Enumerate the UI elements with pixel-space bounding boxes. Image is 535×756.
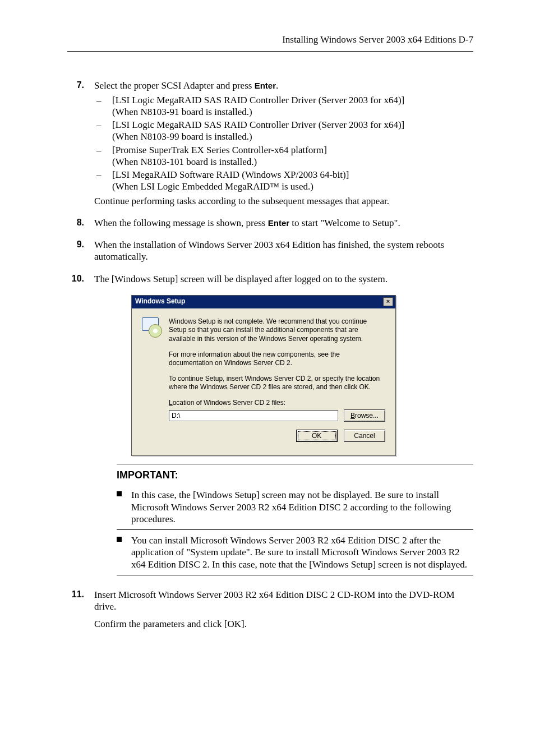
cancel-button[interactable]: Cancel (344, 430, 385, 442)
step-body: The [Windows Setup] screen will be displ… (94, 273, 473, 287)
adapter-list: –[LSI Logic MegaRAID SAS RAID Controller… (104, 94, 473, 193)
dialog-paragraph: Windows Setup is not complete. We recomm… (169, 317, 385, 344)
divider (117, 464, 473, 464)
header-rule (67, 51, 473, 52)
important-title: IMPORTANT: (117, 469, 473, 482)
text: Insert Microsoft Windows Server 2003 R2 … (94, 589, 473, 613)
step-8: 8. When the following message is shown, … (67, 217, 473, 231)
ok-button[interactable]: OK (296, 430, 338, 442)
instruction-list: 7. Select the proper SCSI Adapter and pr… (67, 80, 473, 287)
location-label: Location of Windows Server CD 2 files: (169, 399, 385, 407)
step-11: 11. Insert Microsoft Windows Server 2003… (67, 589, 473, 633)
dialog-content: Windows Setup is not complete. We recomm… (132, 308, 395, 455)
text: [Promise SuperTrak EX Series Controller-… (112, 145, 327, 155)
list-item: You can install Microsoft Windows Server… (117, 530, 473, 575)
step-body: When the installation of Windows Server … (94, 239, 473, 265)
text: When the following message is shown, pre… (94, 218, 268, 228)
windows-setup-dialog: Windows Setup × Windows Setup is not com… (131, 295, 396, 456)
step-number: 7. (67, 80, 94, 209)
close-button[interactable]: × (383, 297, 393, 306)
mnemonic: B (350, 412, 355, 420)
dialog-paragraph: To continue Setup, insert Windows Server… (169, 375, 385, 392)
mnemonic: L (169, 399, 173, 407)
svg-rect-0 (117, 491, 122, 496)
cd-icon (142, 317, 162, 338)
text: (When N8103-101 board is installed.) (112, 156, 257, 167)
dialog-paragraph: For more information about the new compo… (169, 351, 385, 368)
key-enter: Enter (255, 81, 276, 90)
page: Installing Windows Server 2003 x64 Editi… (0, 0, 535, 756)
running-head: Installing Windows Server 2003 x64 Editi… (67, 34, 473, 45)
bullet-square-icon (117, 489, 124, 525)
key-enter: Enter (268, 218, 289, 228)
text: The [Windows Setup] screen will be displ… (94, 273, 473, 285)
step-body: Select the proper SCSI Adapter and press… (94, 80, 473, 209)
button-label: OK (312, 432, 321, 440)
step-number: 10. (67, 273, 94, 287)
button-label: rowse... (355, 412, 379, 420)
list-item: –[LSI Logic MegaRAID SAS RAID Controller… (104, 94, 473, 118)
important-list: In this case, the [Windows Setup] screen… (117, 485, 473, 575)
step-7: 7. Select the proper SCSI Adapter and pr… (67, 80, 473, 209)
svg-rect-1 (117, 537, 122, 542)
button-label: Cancel (354, 432, 375, 440)
step-number: 8. (67, 217, 94, 231)
text: You can install Microsoft Windows Server… (131, 534, 473, 570)
text: When the installation of Windows Server … (94, 239, 473, 263)
browse-button[interactable]: Browse... (344, 409, 385, 422)
step-number: 9. (67, 239, 94, 265)
close-icon: × (386, 298, 390, 306)
step-body: When the following message is shown, pre… (94, 217, 473, 231)
text: to start "Welcome to Setup". (289, 218, 400, 228)
list-item: –[Promise SuperTrak EX Series Controller… (104, 144, 473, 168)
dialog-title: Windows Setup (135, 297, 185, 306)
step-body: Insert Microsoft Windows Server 2003 R2 … (94, 589, 473, 633)
text: In this case, the [Windows Setup] screen… (131, 489, 473, 525)
step-number: 11. (67, 589, 94, 633)
text: (When LSI Logic Embedded MegaRAID™ is us… (112, 181, 313, 192)
text: Select the proper SCSI Adapter and press (94, 80, 255, 91)
text: [LSI Logic MegaRAID SAS RAID Controller … (112, 119, 404, 130)
instruction-list-continued: 11. Insert Microsoft Windows Server 2003… (67, 589, 473, 633)
text: [LSI Logic MegaRAID SAS RAID Controller … (112, 95, 404, 105)
text: Continue performing tasks according to t… (94, 195, 473, 207)
text: [LSI MegaRAID Software RAID (Windows XP/… (112, 169, 349, 180)
text: Confirm the parameters and click [OK]. (94, 618, 473, 630)
text: (When N8103-99 board is installed.) (112, 131, 252, 142)
step-9: 9. When the installation of Windows Serv… (67, 239, 473, 265)
text: ocation of Windows Server CD 2 files: (173, 399, 285, 407)
list-item: –[LSI MegaRAID Software RAID (Windows XP… (104, 169, 473, 193)
list-item: –[LSI Logic MegaRAID SAS RAID Controller… (104, 119, 473, 143)
text: (When N8103-91 board is installed.) (112, 107, 252, 117)
important-box: IMPORTANT: In this case, the [Windows Se… (117, 464, 473, 575)
dialog-titlebar[interactable]: Windows Setup × (132, 296, 395, 308)
location-input[interactable] (169, 410, 338, 421)
text: . (276, 80, 278, 91)
step-10: 10. The [Windows Setup] screen will be d… (67, 273, 473, 287)
dialog-screenshot: Windows Setup × Windows Setup is not com… (131, 295, 473, 456)
bullet-square-icon (117, 534, 124, 570)
list-item: In this case, the [Windows Setup] screen… (117, 485, 473, 530)
